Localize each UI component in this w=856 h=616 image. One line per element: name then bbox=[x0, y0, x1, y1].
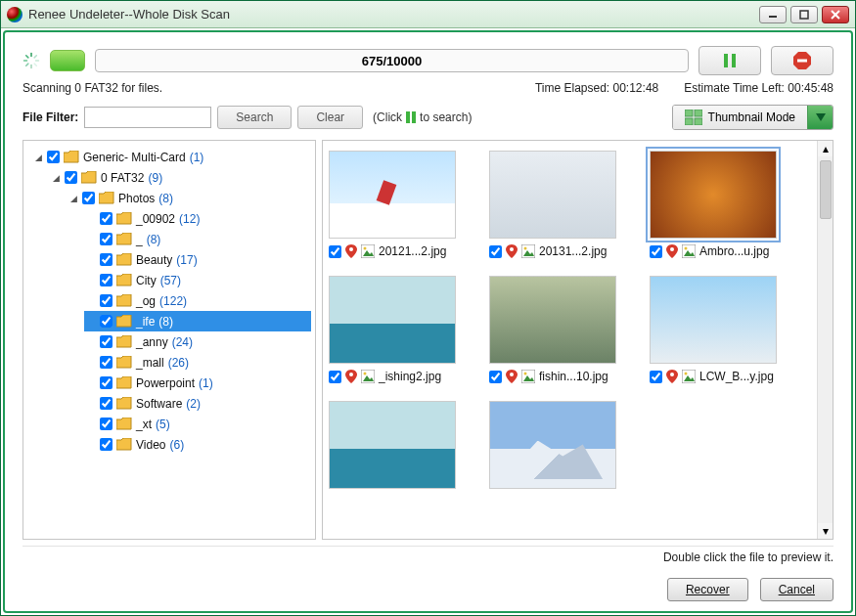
stop-icon bbox=[792, 51, 812, 70]
collapse-icon[interactable]: ◢ bbox=[51, 173, 61, 183]
stop-button[interactable] bbox=[771, 46, 833, 75]
view-mode-dropdown[interactable] bbox=[807, 106, 833, 129]
filter-label: File Filter: bbox=[23, 110, 78, 124]
tree-item[interactable]: Powerpoint (1) bbox=[84, 373, 311, 393]
svg-rect-15 bbox=[797, 60, 807, 63]
folder-icon bbox=[99, 192, 114, 204]
tree-checkbox[interactable] bbox=[100, 212, 113, 225]
tree-item[interactable]: City (57) bbox=[84, 270, 311, 290]
progress-row: 675/10000 bbox=[23, 46, 833, 75]
view-mode-button[interactable]: Thumbnail Mode bbox=[673, 106, 807, 129]
app-window: Renee Undeleter--Whole Disk Scan bbox=[0, 0, 856, 616]
tree-checkbox[interactable] bbox=[100, 253, 113, 266]
thumbnail-filename: Ambro...u.jpg bbox=[699, 244, 769, 258]
svg-rect-19 bbox=[695, 110, 702, 116]
thumbnail-item[interactable] bbox=[329, 401, 475, 489]
tree-checkbox[interactable] bbox=[100, 274, 113, 286]
time-estimate: Estimate Time Left: 00:45:48 bbox=[684, 81, 833, 95]
svg-point-30 bbox=[524, 247, 527, 250]
pause-button[interactable] bbox=[698, 46, 761, 75]
tree-item[interactable]: _og (122) bbox=[84, 290, 311, 311]
thumbnail-image[interactable] bbox=[329, 276, 456, 364]
spinner-icon bbox=[23, 52, 40, 69]
thumbnail-item[interactable]: fishin...10.jpg bbox=[489, 276, 636, 383]
thumbnail-label-row: 20121...2.jpg bbox=[329, 244, 446, 258]
minimize-button[interactable] bbox=[759, 6, 787, 23]
thumbnail-item[interactable]: 20121...2.jpg bbox=[329, 151, 475, 258]
search-button[interactable]: Search bbox=[217, 106, 292, 129]
thumbnail-image[interactable] bbox=[489, 401, 616, 489]
svg-rect-1 bbox=[800, 11, 808, 19]
picture-icon bbox=[361, 244, 375, 258]
svg-point-27 bbox=[510, 247, 514, 251]
close-icon bbox=[831, 10, 840, 20]
main-split: ◢ Generic- Multi-Card (1) ◢ bbox=[23, 140, 833, 540]
thumbnail-checkbox[interactable] bbox=[329, 371, 341, 383]
thumbnail-filename: LCW_B...y.jpg bbox=[699, 370, 774, 383]
cancel-button[interactable]: Cancel bbox=[760, 578, 833, 601]
tree-checkbox[interactable] bbox=[100, 356, 113, 369]
folder-icon bbox=[116, 315, 132, 328]
tree-item[interactable]: _ (8) bbox=[84, 229, 311, 249]
folder-icon bbox=[116, 253, 132, 266]
folder-tree[interactable]: ◢ Generic- Multi-Card (1) ◢ bbox=[23, 140, 316, 540]
scroll-up-icon[interactable]: ▴ bbox=[818, 141, 833, 156]
collapse-icon[interactable]: ◢ bbox=[68, 194, 78, 203]
tree-item[interactable]: _anny (24) bbox=[84, 331, 311, 352]
tree-item[interactable]: Video (6) bbox=[84, 434, 311, 455]
tree-item[interactable]: Software (2) bbox=[84, 393, 311, 414]
tree-checkbox[interactable] bbox=[100, 397, 113, 410]
thumbnail-image[interactable] bbox=[489, 276, 616, 364]
tree-checkbox[interactable] bbox=[100, 294, 113, 307]
tree-item[interactable]: _00902 (12) bbox=[84, 208, 311, 229]
svg-marker-22 bbox=[816, 113, 826, 121]
thumbnail-item[interactable] bbox=[489, 401, 636, 489]
tree-root[interactable]: ◢ Generic- Multi-Card (1) bbox=[31, 147, 311, 167]
thumbnail-checkbox[interactable] bbox=[650, 245, 662, 258]
tree-checkbox[interactable] bbox=[65, 171, 77, 184]
tree-checkbox[interactable] bbox=[100, 335, 113, 348]
tree-checkbox[interactable] bbox=[47, 151, 60, 163]
tree-photos[interactable]: ◢ Photos (8) bbox=[67, 188, 311, 208]
tree-item[interactable]: _ife (8) bbox=[84, 311, 311, 331]
scrollbar[interactable]: ▴ ▾ bbox=[817, 141, 833, 539]
thumbnail-item[interactable]: _ishing2.jpg bbox=[329, 276, 475, 383]
scrollbar-thumb[interactable] bbox=[820, 160, 832, 219]
picture-icon bbox=[521, 244, 535, 258]
tree-item[interactable]: _mall (26) bbox=[84, 352, 311, 373]
collapse-icon[interactable]: ◢ bbox=[33, 153, 43, 162]
thumbnail-checkbox[interactable] bbox=[489, 245, 502, 258]
recover-button[interactable]: Recover bbox=[667, 578, 748, 601]
tree-drive[interactable]: ◢ 0 FAT32 (9) bbox=[49, 167, 311, 188]
tree-checkbox[interactable] bbox=[100, 418, 113, 430]
maximize-button[interactable] bbox=[790, 6, 818, 23]
close-button[interactable] bbox=[822, 6, 849, 23]
thumbnail-image[interactable] bbox=[650, 151, 777, 239]
scroll-down-icon[interactable]: ▾ bbox=[818, 523, 833, 539]
tree-checkbox[interactable] bbox=[100, 233, 113, 245]
thumbnail-item[interactable]: 20131...2.jpg bbox=[489, 151, 636, 258]
thumbnail-item[interactable]: LCW_B...y.jpg bbox=[650, 276, 796, 383]
thumbnail-image[interactable] bbox=[489, 151, 616, 239]
tree-checkbox[interactable] bbox=[82, 192, 95, 204]
filter-input[interactable] bbox=[84, 107, 211, 128]
tree-checkbox[interactable] bbox=[100, 315, 113, 328]
thumbnail-image[interactable] bbox=[329, 401, 456, 489]
bottom-buttons: Recover Cancel bbox=[23, 578, 833, 601]
view-mode-selector: Thumbnail Mode bbox=[672, 105, 833, 130]
progress-fill bbox=[50, 50, 85, 71]
tree-checkbox[interactable] bbox=[100, 438, 113, 451]
svg-point-34 bbox=[685, 247, 688, 250]
tree-item[interactable]: _xt (5) bbox=[84, 414, 311, 434]
thumbnail-image[interactable] bbox=[329, 151, 456, 239]
thumbnail-label-row: Ambro...u.jpg bbox=[650, 244, 769, 258]
thumbnail-image[interactable] bbox=[650, 276, 777, 364]
thumbnail-checkbox[interactable] bbox=[489, 371, 502, 383]
thumbnail-item[interactable]: Ambro...u.jpg bbox=[650, 151, 796, 258]
thumbnail-checkbox[interactable] bbox=[650, 371, 662, 383]
location-icon bbox=[345, 370, 357, 383]
tree-item[interactable]: Beauty (17) bbox=[84, 249, 311, 270]
thumbnail-checkbox[interactable] bbox=[329, 245, 341, 258]
clear-button[interactable]: Clear bbox=[297, 106, 363, 129]
tree-checkbox[interactable] bbox=[100, 376, 113, 389]
